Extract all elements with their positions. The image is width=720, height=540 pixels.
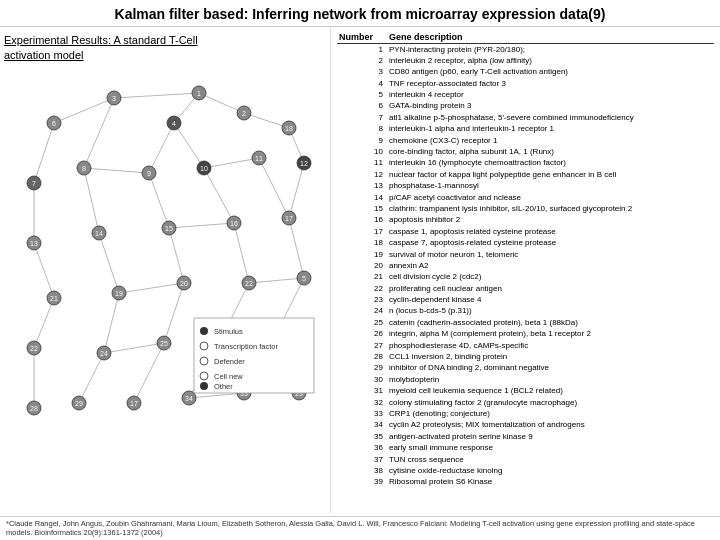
table-row: 18caspase 7, apoptosis-related cysteine …	[337, 238, 714, 249]
gene-number: 3	[337, 67, 387, 78]
gene-number: 12	[337, 169, 387, 180]
gene-description: n (locus b-cds-5 (p.31))	[387, 306, 714, 317]
table-row: 26integrin, alpha M (complement protein)…	[337, 329, 714, 340]
col-number-header: Number	[337, 31, 387, 44]
table-row: 36early small immune response	[337, 443, 714, 454]
svg-line-35	[249, 278, 304, 283]
subtitle-line1: Experimental Results: A standard T-Cell	[4, 34, 198, 46]
gene-description: PYN-interacting protein (PYR-20/180);	[387, 44, 714, 56]
table-row: 30molybdopterin	[337, 374, 714, 385]
gene-description: antigen-activated protein serine kinase …	[387, 431, 714, 442]
svg-line-4	[34, 123, 54, 183]
network-diagram: 6 3 1 2 18 7 8 4 9 10	[4, 68, 324, 488]
svg-text:25: 25	[160, 340, 168, 347]
svg-text:Transcription factor: Transcription factor	[214, 342, 278, 351]
gene-description: apoptosis inhibitor 2	[387, 215, 714, 226]
gene-description: caspase 1, apoptosis related cysteine pr…	[387, 226, 714, 237]
gene-number: 21	[337, 272, 387, 283]
svg-line-15	[259, 158, 289, 218]
gene-number: 1	[337, 44, 387, 56]
gene-description: CRP1 (denoting; conjecture)	[387, 409, 714, 420]
table-row: 25catenin (cadherin-associated protein),…	[337, 317, 714, 328]
svg-text:14: 14	[95, 230, 103, 237]
table-row: 6GATA-binding protein 3	[337, 101, 714, 112]
gene-number: 32	[337, 397, 387, 408]
gene-number: 34	[337, 420, 387, 431]
svg-text:6: 6	[52, 120, 56, 127]
gene-description: cyclin-dependent kinase 4	[387, 295, 714, 306]
svg-text:19: 19	[115, 290, 123, 297]
svg-text:16: 16	[230, 220, 238, 227]
gene-description: nuclear factor of kappa light polypeptid…	[387, 169, 714, 180]
svg-text:8: 8	[82, 165, 86, 172]
svg-line-36	[104, 343, 164, 353]
gene-number: 10	[337, 147, 387, 158]
gene-number: 6	[337, 101, 387, 112]
gene-number: 28	[337, 352, 387, 363]
gene-number: 8	[337, 124, 387, 135]
gene-number: 13	[337, 181, 387, 192]
svg-line-12	[204, 168, 234, 223]
svg-line-33	[169, 223, 234, 228]
gene-number: 18	[337, 238, 387, 249]
table-row: 8interleukin-1 alpha and interleukin-1 r…	[337, 124, 714, 135]
table-row: 17caspase 1, apoptosis related cysteine …	[337, 226, 714, 237]
table-row: 15clathrin: trampanent lysis inhibitor, …	[337, 203, 714, 214]
gene-description: early small immune response	[387, 443, 714, 454]
svg-line-19	[234, 223, 249, 283]
gene-description: interleukin 2 receptor, alpha (low affin…	[387, 55, 714, 66]
table-row: 39Ribosomal protein S6 Kinase	[337, 477, 714, 488]
gene-number: 4	[337, 78, 387, 89]
gene-table: Number Gene description 1PYN-interacting…	[337, 31, 714, 488]
gene-number: 22	[337, 283, 387, 294]
col-desc-header: Gene description	[387, 31, 714, 44]
table-row: 5interleukin 4 receptor	[337, 90, 714, 101]
gene-number: 11	[337, 158, 387, 169]
svg-text:22: 22	[245, 280, 253, 287]
svg-line-34	[119, 283, 184, 293]
svg-text:20: 20	[180, 280, 188, 287]
gene-number: 5	[337, 90, 387, 101]
svg-text:28: 28	[30, 405, 38, 412]
gene-number: 24	[337, 306, 387, 317]
svg-line-32	[204, 158, 259, 168]
svg-text:2: 2	[242, 110, 246, 117]
svg-text:21: 21	[50, 295, 58, 302]
gene-description: cyclin A2 proteolysis; MIX tomentalizati…	[387, 420, 714, 431]
table-row: 31myeloid cell leukemia sequence 1 (BCL2…	[337, 386, 714, 397]
gene-description: cell division cycle 2 (cdc2)	[387, 272, 714, 283]
svg-text:Cell new: Cell new	[214, 372, 243, 381]
table-row: 38cytisine oxide-reductase kinolng	[337, 465, 714, 476]
svg-text:10: 10	[200, 165, 208, 172]
svg-text:12: 12	[300, 160, 308, 167]
gene-number: 35	[337, 431, 387, 442]
table-row: 37TUN cross sequence	[337, 454, 714, 465]
gene-description: phosphodiesterase 4D, cAMPs-specific	[387, 340, 714, 351]
gene-description: colony stimulating factor 2 (granulocyte…	[387, 397, 714, 408]
svg-text:34: 34	[185, 395, 193, 402]
table-row: 14p/CAF acetyl coactivator and nclease	[337, 192, 714, 203]
svg-line-28	[134, 343, 164, 403]
svg-line-16	[34, 243, 54, 298]
svg-text:9: 9	[147, 170, 151, 177]
gene-description: GATA-binding protein 3	[387, 101, 714, 112]
table-row: 32colony stimulating factor 2 (granulocy…	[337, 397, 714, 408]
table-row: 35antigen-activated protein serine kinas…	[337, 431, 714, 442]
svg-line-21	[34, 298, 54, 348]
gene-description: interleukin-1 alpha and interleukin-1 re…	[387, 124, 714, 135]
table-row: 12nuclear factor of kappa light polypept…	[337, 169, 714, 180]
gene-description: proliferating cell nuclear antigen	[387, 283, 714, 294]
gene-description: TNF receptor-associated factor 3	[387, 78, 714, 89]
gene-description: interleukin 16 (lymphocyte chemoattracti…	[387, 158, 714, 169]
svg-rect-104	[194, 318, 314, 393]
gene-number: 7	[337, 112, 387, 123]
gene-number: 36	[337, 443, 387, 454]
svg-text:1: 1	[197, 90, 201, 97]
subtitle: Experimental Results: A standard T-Cell …	[4, 33, 326, 64]
gene-description: molybdopterin	[387, 374, 714, 385]
svg-line-17	[99, 233, 119, 293]
gene-description: TUN cross sequence	[387, 454, 714, 465]
svg-text:24: 24	[100, 350, 108, 357]
svg-text:15: 15	[165, 225, 173, 232]
gene-description: cytisine oxide-reductase kinolng	[387, 465, 714, 476]
